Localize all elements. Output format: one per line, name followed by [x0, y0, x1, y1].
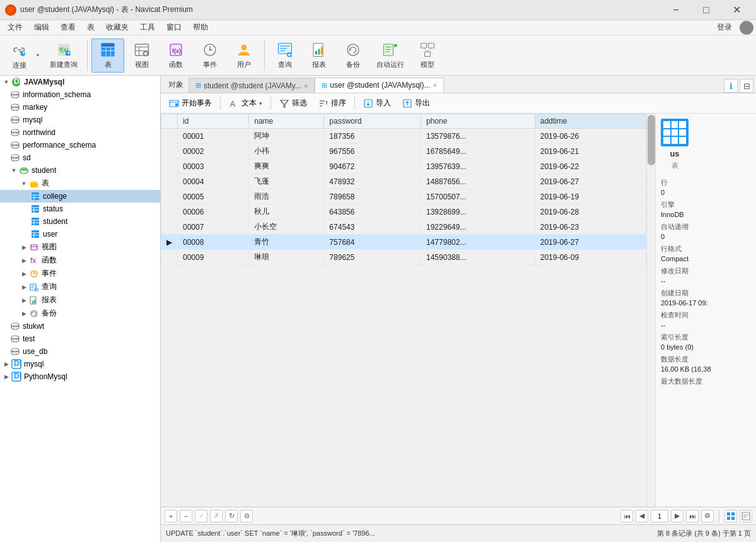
sidebar-item-northwind[interactable]: northwind	[0, 126, 160, 139]
cell-phone[interactable]: 14590388...	[421, 250, 535, 265]
close-button[interactable]: ✕	[722, 0, 751, 20]
stop-button[interactable]: ⊘	[240, 510, 253, 522]
table-row[interactable]: ▶00008青竹75768414779802...2019-06-27	[161, 235, 646, 250]
cell-name[interactable]: 小长空	[249, 220, 324, 235]
cell-addtime[interactable]: 2019-06-21	[535, 144, 646, 159]
sidebar-item-performance-schema[interactable]: performance_schema	[0, 139, 160, 151]
sidebar-item-backup-folder[interactable]: 备份	[0, 307, 160, 320]
cell-phone[interactable]: 19229649...	[421, 220, 535, 235]
menu-help[interactable]: 帮助	[188, 21, 213, 34]
page-settings-button[interactable]: ⚙	[701, 510, 714, 522]
function-tool[interactable]: f(x) 函数	[160, 38, 192, 73]
cell-password[interactable]: 187356	[324, 129, 421, 144]
autorun-tool[interactable]: 自动运行	[371, 38, 410, 73]
cell-addtime[interactable]: 2019-06-22	[535, 159, 646, 174]
cell-name[interactable]: 爽爽	[249, 159, 324, 174]
table-row[interactable]: 00007小长空67454319229649...2019-06-23	[161, 220, 646, 235]
next-page-button[interactable]: ▶	[671, 510, 683, 522]
cell-phone[interactable]: 14779802...	[421, 235, 535, 250]
cell-password[interactable]: 643856	[324, 204, 421, 220]
info-button[interactable]: ℹ	[724, 79, 738, 93]
query-tool[interactable]: 查询	[269, 38, 301, 73]
col-password[interactable]: password	[324, 114, 421, 129]
connect-dropdown[interactable]: ▾	[33, 38, 42, 73]
text-button[interactable]: A 文本 ▾	[224, 96, 267, 111]
delete-row-button[interactable]: −	[180, 510, 192, 522]
check-button[interactable]: ✓	[195, 510, 207, 522]
menu-file[interactable]: 文件	[3, 21, 28, 34]
cell-addtime[interactable]: 2019-06-09	[535, 250, 646, 265]
cell-addtime[interactable]: 2019-06-23	[535, 220, 646, 235]
view-tool[interactable]: 视图	[125, 38, 158, 73]
sidebar-item-pythonmysql[interactable]: DB PythonMysql	[0, 370, 160, 383]
cell-addtime[interactable]: 2019-06-27	[535, 174, 646, 189]
login-button[interactable]: 登录	[712, 21, 737, 34]
new-query-tool[interactable]: f(x) + 新建查询	[44, 38, 83, 73]
sidebar-item-mysql-db[interactable]: mysql	[0, 114, 160, 126]
cell-password[interactable]: 904672	[324, 159, 421, 174]
sidebar-item-functions-folder[interactable]: fx 函数	[0, 254, 160, 267]
sidebar-item-tables-folder[interactable]: 表	[0, 177, 160, 190]
cell-phone[interactable]: 15700507...	[421, 189, 535, 204]
sidebar-item-test[interactable]: test	[0, 333, 160, 345]
last-page-button[interactable]: ⏭	[686, 510, 699, 522]
sidebar-item-events-folder[interactable]: 事件	[0, 267, 160, 280]
col-id[interactable]: id	[178, 114, 249, 129]
user-tool[interactable]: 用户	[228, 38, 260, 73]
cell-addtime[interactable]: 2019-06-26	[535, 129, 646, 144]
sidebar-item-queries-folder[interactable]: 查询	[0, 280, 160, 293]
cell-name[interactable]: 青竹	[249, 235, 324, 250]
cell-addtime[interactable]: 2019-06-27	[535, 235, 646, 250]
model-tool[interactable]: 模型	[411, 38, 444, 73]
cell-phone[interactable]: 14887656...	[421, 174, 535, 189]
connect-tool[interactable]: + 连接 ▾	[5, 38, 43, 73]
table-row[interactable]: 00006秋儿64385613928699...2019-06-28	[161, 204, 646, 220]
sort-button[interactable]: 排序	[314, 96, 351, 111]
import-button[interactable]: 导入	[359, 96, 395, 111]
cell-id[interactable]: 00003	[178, 159, 249, 174]
cell-id[interactable]: 00007	[178, 220, 249, 235]
sidebar-item-student-db[interactable]: student	[0, 164, 160, 177]
table-tool[interactable]: 表	[91, 38, 124, 73]
cell-id[interactable]: 00008	[178, 235, 249, 250]
menu-favorites[interactable]: 收藏夹	[101, 21, 134, 34]
cell-name[interactable]: 秋儿	[249, 204, 324, 220]
sidebar-item-student-table[interactable]: student	[0, 215, 160, 228]
menu-tools[interactable]: 工具	[135, 21, 160, 34]
backup-tool[interactable]: 备份	[337, 38, 369, 73]
cell-phone[interactable]: 13579876...	[421, 129, 535, 144]
cell-password[interactable]: 967556	[324, 144, 421, 159]
page-input[interactable]	[651, 510, 668, 522]
minimize-button[interactable]: −	[661, 0, 690, 20]
sidebar-item-use-db[interactable]: use_db	[0, 345, 160, 358]
cell-addtime[interactable]: 2019-06-28	[535, 204, 646, 220]
col-name[interactable]: name	[249, 114, 324, 129]
sidebar-item-javamysql[interactable]: DB JAVAMysql	[0, 76, 160, 88]
cell-phone[interactable]: 13957639...	[421, 159, 535, 174]
cell-password[interactable]: 757684	[324, 235, 421, 250]
sidebar-item-stukwt[interactable]: stukwt	[0, 320, 160, 333]
table-row[interactable]: 00001阿坤18735613579876...2019-06-26	[161, 129, 646, 144]
cell-id[interactable]: 00002	[178, 144, 249, 159]
cell-name[interactable]: 小祎	[249, 144, 324, 159]
col-addtime[interactable]: addtime	[535, 114, 646, 129]
cell-id[interactable]: 00001	[178, 129, 249, 144]
cell-name[interactable]: 琳琅	[249, 250, 324, 265]
cell-password[interactable]: 478932	[324, 174, 421, 189]
cell-id[interactable]: 00009	[178, 250, 249, 265]
tab-objects[interactable]: 对象	[163, 76, 189, 93]
cell-password[interactable]: 789658	[324, 189, 421, 204]
cell-password[interactable]: 674543	[324, 220, 421, 235]
first-page-button[interactable]: ⏮	[620, 510, 633, 522]
scroll-thumb[interactable]	[648, 115, 655, 165]
cell-addtime[interactable]: 2019-06-19	[535, 189, 646, 204]
cell-id[interactable]: 00004	[178, 174, 249, 189]
sidebar-item-status[interactable]: status	[0, 203, 160, 215]
sidebar-item-information-schema[interactable]: information_schema	[0, 88, 160, 101]
expand-info-button[interactable]: ⊟	[740, 79, 753, 93]
menu-edit[interactable]: 编辑	[29, 21, 54, 34]
cell-phone[interactable]: 13928699...	[421, 204, 535, 220]
event-tool[interactable]: 事件	[194, 38, 226, 73]
tab-student[interactable]: ⊞ student @student (JAVAMy... ×	[189, 78, 315, 93]
filter-button[interactable]: 筛选	[275, 96, 311, 111]
